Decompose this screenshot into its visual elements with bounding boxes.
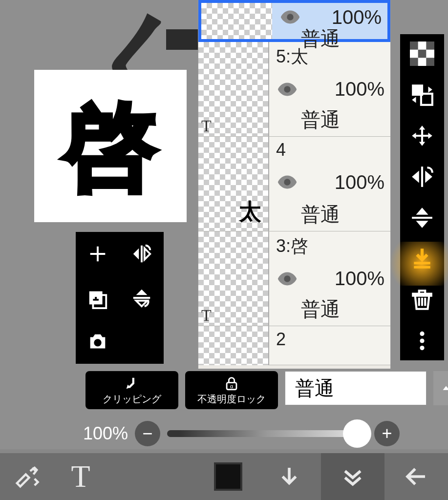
opacity-increase-button[interactable]: + [374, 421, 400, 446]
layer-blend-mode: 普通 [276, 201, 384, 228]
svg-rect-9 [426, 42, 434, 50]
arrow-left-icon [403, 463, 429, 490]
text-layer-icon: T [201, 306, 212, 325]
visibility-icon[interactable] [276, 78, 299, 101]
visibility-icon[interactable] [276, 171, 299, 193]
flip-horizontal-icon [410, 165, 434, 189]
add-folder-icon [86, 287, 109, 309]
text-layer-icon: T [201, 117, 212, 135]
add-layer-button[interactable] [76, 232, 120, 276]
back-button[interactable] [384, 453, 448, 500]
more-button[interactable] [409, 328, 435, 354]
slider-knob[interactable] [343, 419, 371, 448]
more-vertical-icon [410, 329, 434, 353]
merge-down-icon [410, 247, 434, 271]
scroll-down-button[interactable] [257, 453, 321, 500]
svg-rect-11 [410, 58, 418, 66]
layer-thumbnail[interactable]: T [198, 231, 269, 326]
brush-swap-icon [14, 463, 40, 490]
flip-horizontal-icon [130, 243, 153, 265]
layer-thumbnail[interactable] [201, 3, 272, 39]
flip-vertical-icon [410, 206, 434, 230]
blend-mode-value: 普通 [295, 375, 334, 402]
arrow-down-icon [276, 463, 302, 490]
color-swatch [214, 462, 242, 491]
alpha-lock-label: 不透明度ロック [197, 393, 266, 406]
triangle-up-icon [441, 383, 448, 394]
svg-rect-10 [418, 50, 427, 58]
blend-mode-dropdown[interactable] [433, 371, 448, 405]
chevron-double-down-icon [340, 463, 366, 490]
delete-button[interactable] [409, 287, 435, 312]
layer-row[interactable]: 100% 普通 [198, 0, 390, 42]
svg-rect-16 [414, 266, 430, 269]
blend-mode-select[interactable]: 普通 [285, 371, 427, 405]
layer-panel[interactable]: 100% 普通 T 5:太 100% 普通 太 4 [198, 0, 391, 369]
flip-horizontal-button[interactable] [409, 164, 435, 189]
plus-icon [86, 243, 109, 265]
layer-thumbnail[interactable] [198, 326, 269, 365]
layer-blend-mode: 普通 [276, 106, 384, 133]
camera-button[interactable] [76, 320, 120, 364]
flip-vertical-icon [130, 287, 153, 309]
layer-row[interactable]: 太 4 100% 普通 [198, 137, 390, 231]
layer-thumbnail[interactable]: T [198, 42, 269, 136]
opacity-decrease-button[interactable]: − [135, 421, 160, 446]
svg-rect-12 [426, 58, 434, 66]
flip-horizontal-button[interactable] [120, 232, 164, 276]
layer-opacity: 100% [332, 6, 382, 28]
opacity-slider-row: 100% − + [83, 421, 400, 446]
opacity-slider[interactable] [167, 430, 367, 437]
transparency-button[interactable] [409, 41, 435, 66]
opacity-value: 100% [83, 423, 128, 444]
clipping-label: クリッピング [103, 393, 161, 406]
clipping-icon [124, 375, 140, 392]
layer-controls-row: クリッピング α 不透明度ロック 普通 [85, 371, 448, 409]
layer-blend-mode: 普通 [276, 296, 384, 323]
svg-rect-15 [414, 262, 430, 264]
thumbnail-content: 太 [239, 197, 261, 227]
svg-point-3 [287, 14, 293, 20]
move-icon [410, 124, 434, 148]
trash-icon [410, 288, 434, 312]
svg-point-5 [284, 179, 290, 185]
mini-tool-palette [76, 232, 164, 364]
text-tool-button[interactable]: T [54, 453, 107, 500]
alpha-lock-button[interactable]: α 不透明度ロック [185, 371, 278, 409]
color-swatch-button[interactable] [199, 453, 257, 500]
text-tool-label: T [71, 458, 90, 495]
merge-down-button[interactable] [409, 246, 435, 271]
layer-row[interactable]: T 3:啓 100% 普通 [198, 231, 390, 326]
layer-row[interactable]: T 5:太 100% 普通 [198, 42, 390, 137]
add-folder-button[interactable] [76, 276, 120, 320]
clipping-button[interactable]: クリッピング [85, 371, 178, 409]
svg-point-6 [284, 275, 290, 282]
brush-eraser-swap-button[interactable] [0, 453, 54, 500]
svg-point-18 [420, 338, 424, 343]
layer-name: 3:啓 [276, 234, 384, 258]
svg-text:α: α [230, 383, 234, 389]
tile-big-char: 啓 [64, 100, 157, 192]
svg-point-2 [94, 339, 101, 346]
swap-button[interactable] [409, 82, 435, 107]
bottom-toolbar: T [0, 453, 448, 500]
layer-name: 2 [276, 329, 384, 350]
layer-thumbnail[interactable]: 太 [198, 137, 269, 231]
layer-opacity: 100% [335, 78, 384, 100]
layer-name: 5:太 [276, 45, 384, 69]
svg-point-4 [284, 86, 290, 92]
layer-row[interactable]: 2 [198, 326, 390, 365]
flip-vertical-button[interactable] [120, 276, 164, 320]
lock-icon: α [223, 375, 240, 392]
collapse-panel-button[interactable] [321, 453, 384, 500]
canvas-floating-tile[interactable]: 啓 [34, 70, 187, 222]
flip-vertical-button[interactable] [409, 205, 435, 230]
layer-opacity: 100% [335, 268, 384, 290]
layer-opacity: 100% [335, 171, 384, 193]
swap-icon [410, 83, 434, 107]
camera-icon [86, 331, 109, 353]
visibility-icon[interactable] [276, 268, 299, 290]
move-button[interactable] [409, 123, 435, 148]
svg-point-19 [420, 346, 424, 350]
svg-rect-8 [410, 42, 418, 50]
